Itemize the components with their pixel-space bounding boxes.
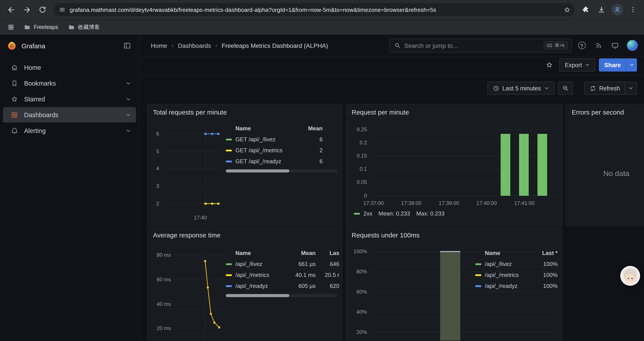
clock-icon: [493, 85, 499, 92]
legend-col-last[interactable]: Las: [319, 250, 339, 256]
share-label[interactable]: Share: [599, 58, 626, 72]
profile-button[interactable]: [610, 2, 625, 17]
breadcrumb: Home › Dashboards › Freeleaps Metrics Da…: [151, 42, 328, 49]
reload-button[interactable]: [35, 2, 50, 17]
legend-col-name[interactable]: Name: [485, 250, 531, 256]
time-controls: Last 5 minutes: [488, 82, 637, 95]
avatar-illustration: [621, 267, 639, 285]
apps-grid-icon[interactable]: [4, 21, 18, 34]
refresh-button[interactable]: Refresh: [584, 82, 625, 95]
x-axis-tick: 17:40: [194, 215, 207, 221]
legend-series-label[interactable]: 2xx: [364, 210, 372, 217]
folder-icon: [68, 24, 75, 31]
legend-row[interactable]: /api/_/metrics 40.1 ms 20.5 r: [226, 269, 339, 280]
legend-header-row: Name Mean Las: [226, 247, 339, 258]
grafana-topbar: Home › Dashboards › Freeleaps Metrics Da…: [140, 35, 644, 57]
scrollbar-thumb[interactable]: [226, 169, 290, 172]
export-label: Export: [565, 62, 582, 68]
sidebar-item-label: Home: [24, 64, 41, 71]
url-text[interactable]: grafana.mathmast.com/d/deytv4rwavabkb/fr…: [70, 6, 557, 13]
forward-button[interactable]: [19, 2, 34, 17]
legend-row[interactable]: /api/_/livez 661 µs 646: [226, 258, 339, 269]
site-info-icon[interactable]: [59, 6, 66, 13]
kiosk-monitor-icon[interactable]: [608, 39, 622, 52]
grafana-logo[interactable]: [7, 41, 17, 51]
y-axis-tick: 0.2: [346, 140, 367, 146]
legend-row[interactable]: GET /api/_/livez 6: [226, 134, 323, 145]
legend-row[interactable]: /api/_/metrics 100%: [475, 269, 558, 280]
browser-menu-icon[interactable]: [626, 2, 640, 17]
downloads-icon[interactable]: [594, 2, 609, 17]
legend-row[interactable]: GET /api/_/readyz 6: [226, 156, 323, 167]
favorite-star-icon[interactable]: [543, 58, 556, 72]
collapse-sidebar-icon[interactable]: [120, 39, 134, 52]
share-button[interactable]: Share: [599, 58, 637, 72]
chevron-down-icon[interactable]: [126, 96, 132, 102]
chevron-down-icon: [544, 86, 549, 91]
x-axis-tick: 17:39:00: [438, 200, 459, 206]
legend-scrollbar[interactable]: [226, 169, 338, 172]
refresh-label: Refresh: [599, 85, 620, 92]
assistant-avatar[interactable]: [620, 266, 640, 286]
folder-icon: [24, 24, 31, 31]
sidebar-item-alerting[interactable]: Alerting: [3, 123, 136, 138]
grafana-sidebar: Grafana Home Bookmarks: [0, 35, 140, 340]
zoom-out-button[interactable]: [558, 82, 573, 95]
y-axis-tick: 80 ms: [148, 252, 171, 258]
extensions-icon[interactable]: [578, 2, 593, 17]
panel-requests-under-100ms[interactable]: Requests under 100ms 100% 80% 60%: [346, 227, 562, 340]
legend-inline: 2xx Mean: 0.233 Max: 0.233: [354, 210, 444, 217]
legend-row[interactable]: /api/_/readyz 100%: [475, 280, 558, 291]
x-axis-tick: 17:38:00: [401, 200, 421, 206]
sidebar-item-bookmarks[interactable]: Bookmarks: [3, 76, 136, 91]
legend-row[interactable]: /api/_/livez 100%: [475, 258, 558, 269]
panel-total-requests[interactable]: Total requests per minute: [147, 104, 342, 226]
y-axis-tick: 60 ms: [148, 276, 171, 283]
breadcrumb-home[interactable]: Home: [151, 42, 167, 49]
back-button[interactable]: [4, 2, 18, 17]
address-bar[interactable]: grafana.mathmast.com/d/deytv4rwavabkb/fr…: [54, 3, 575, 16]
panel-request-per-minute[interactable]: Request per minute: [346, 104, 562, 226]
scrollbar-thumb[interactable]: [226, 294, 290, 297]
panel-title[interactable]: Errors per second: [572, 108, 624, 116]
breadcrumb-dashboards[interactable]: Dashboards: [178, 42, 211, 49]
bookmarks-bar: Freeleaps 收藏博客: [0, 19, 644, 35]
bookmark-folder-freeleaps[interactable]: Freeleaps: [20, 22, 62, 33]
legend-row[interactable]: /api/_/readyz 605 µs 620: [226, 280, 339, 291]
bookmark-star-icon[interactable]: [561, 4, 573, 16]
legend-row[interactable]: GET /api/_/metrics 2: [226, 145, 323, 156]
refresh-controls: Refresh: [584, 82, 637, 95]
panel-average-response-time[interactable]: Average response time: [147, 227, 342, 340]
search-icon: [394, 42, 401, 49]
chevron-down-icon[interactable]: [126, 112, 132, 118]
legend-col-mean[interactable]: Mean: [289, 250, 316, 256]
legend-col-name[interactable]: Name: [236, 125, 302, 132]
chevron-down-icon[interactable]: [126, 128, 132, 134]
bell-icon: [10, 127, 18, 135]
legend-col-mean[interactable]: Mean: [305, 125, 323, 132]
sidebar-item-dashboards[interactable]: Dashboards: [3, 107, 136, 122]
y-axis-tick: 40 ms: [148, 301, 171, 307]
refresh-interval-caret[interactable]: [625, 82, 637, 95]
profile-avatar-icon: [612, 4, 623, 15]
share-menu-caret[interactable]: [626, 58, 637, 72]
user-avatar[interactable]: [627, 40, 638, 51]
search-input[interactable]: Search or jump to... ⌘+k: [389, 38, 572, 53]
chevron-down-icon[interactable]: [126, 80, 132, 86]
legend-scrollbar[interactable]: [226, 294, 338, 297]
help-icon[interactable]: ?: [575, 39, 588, 52]
y-axis-tick: 0.1: [346, 166, 367, 172]
news-rss-icon[interactable]: [592, 39, 605, 52]
bookmark-folder-blog[interactable]: 收藏博客: [64, 22, 103, 33]
panel-errors-per-second[interactable]: Errors per second No data: [566, 104, 644, 226]
y-axis-tick: 6: [148, 131, 159, 137]
series-color-green: [226, 138, 232, 140]
home-icon: [10, 63, 18, 71]
legend-col-name[interactable]: Name: [236, 250, 286, 256]
legend-col-last[interactable]: Last *: [535, 250, 558, 256]
brand-title: Grafana: [22, 42, 116, 49]
time-range-picker[interactable]: Last 5 minutes: [488, 82, 554, 95]
sidebar-item-starred[interactable]: Starred: [3, 91, 136, 107]
export-button[interactable]: Export: [560, 58, 596, 72]
sidebar-item-home[interactable]: Home: [3, 60, 136, 75]
